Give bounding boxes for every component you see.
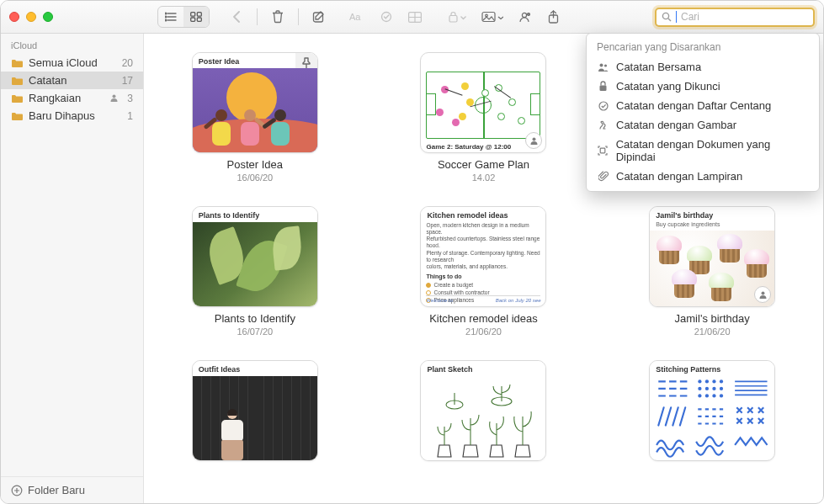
media-button[interactable] <box>477 7 508 27</box>
close-window-button[interactable] <box>9 12 19 22</box>
suggestion-item-drawing[interactable]: Catatan dengan Gambar <box>587 115 819 135</box>
note-thumbnail: Poster Idea <box>192 52 318 153</box>
svg-point-26 <box>113 95 116 98</box>
note-title: Soccer Game Plan <box>438 158 529 171</box>
shared-icon <box>109 93 119 103</box>
suggestion-label: Catatan dengan Dokumen yang Dipindai <box>616 138 809 163</box>
note-title: Kitchen remodel ideas <box>429 312 538 325</box>
suggestion-label: Catatan yang Dikunci <box>616 80 720 93</box>
note-card[interactable]: Outfit Ideas <box>166 360 344 461</box>
suggestion-item-shared[interactable]: Catatan Bersama <box>587 57 819 77</box>
suggestion-label: Catatan Bersama <box>616 61 701 73</box>
note-thumbnail: Plant Sketch <box>420 360 546 461</box>
svg-point-4 <box>165 16 167 18</box>
sidebar-item-notes[interactable]: Catatan 17 <box>1 72 143 89</box>
shared-icon <box>525 132 542 149</box>
folder-icon <box>11 93 24 103</box>
svg-rect-6 <box>191 13 195 17</box>
svg-line-62 <box>680 408 685 426</box>
collaborate-button[interactable] <box>513 7 536 27</box>
svg-point-52 <box>705 394 709 397</box>
note-date: 14.02 <box>472 172 496 183</box>
note-card[interactable]: Kitchen remodel ideas Open, modern kitch… <box>395 206 573 337</box>
suggestion-label: Catatan dengan Lampiran <box>616 170 742 183</box>
note-card[interactable]: Game 2: Saturday @ 12:00 Soccer Game Pla… <box>395 52 573 183</box>
svg-point-46 <box>720 379 723 383</box>
svg-point-19 <box>522 13 526 17</box>
new-folder-button[interactable]: Folder Baru <box>1 476 143 503</box>
delete-button[interactable] <box>266 7 290 27</box>
app-window: Aa <box>0 0 824 504</box>
svg-point-76 <box>604 64 607 66</box>
window-controls <box>9 12 53 22</box>
note-thumbnail: Stitching Patterns <box>649 360 775 461</box>
suggestion-item-locked[interactable]: Catatan yang Dikunci <box>587 77 819 96</box>
folder-icon <box>11 111 24 121</box>
sidebar-item-label: Baru Dihapus <box>29 109 95 122</box>
note-card[interactable]: Poster Idea Poster Idea 16/06/20 <box>166 52 344 183</box>
note-card[interactable]: Jamil's birthdayBuy cupcake ingredients … <box>623 206 801 337</box>
note-card[interactable]: Plant Sketch <box>395 360 573 461</box>
toolbar-divider <box>257 8 258 25</box>
note-thumbnail: Outfit Ideas <box>192 360 318 461</box>
new-folder-label: Folder Baru <box>28 484 85 496</box>
note-card[interactable]: Stitching Patterns <box>623 360 801 461</box>
svg-point-53 <box>712 394 715 397</box>
thumb-header: Outfit Ideas <box>193 361 317 378</box>
drawing-icon <box>597 120 609 130</box>
checklist-icon <box>597 101 609 111</box>
note-thumbnail: Jamil's birthdayBuy cupcake ingredients <box>649 206 775 307</box>
svg-line-25 <box>668 19 671 21</box>
svg-point-50 <box>720 387 723 390</box>
zoom-window-button[interactable] <box>43 12 53 22</box>
svg-point-30 <box>532 137 535 141</box>
view-mode-segment <box>157 6 210 28</box>
thumb-header: Stitching Patterns <box>650 361 774 378</box>
share-button[interactable] <box>541 7 565 27</box>
note-thumbnail: Plants to Identify <box>192 206 318 307</box>
sidebar-item-label: Catatan <box>29 74 67 87</box>
plus-circle-icon <box>11 485 23 496</box>
sidebar-item-trash[interactable]: Baru Dihapus 1 <box>1 107 143 125</box>
note-date: 16/07/20 <box>237 326 273 337</box>
minimize-window-button[interactable] <box>26 12 36 22</box>
sidebar-section-header: iCloud <box>1 34 143 54</box>
lock-button[interactable] <box>442 7 472 27</box>
sidebar-item-all-icloud[interactable]: Semua iCloud 20 <box>1 54 143 72</box>
svg-rect-9 <box>197 18 201 21</box>
scan-icon <box>597 146 609 156</box>
format-button[interactable]: Aa <box>346 7 369 27</box>
svg-line-61 <box>672 408 678 426</box>
search-input[interactable] <box>681 11 808 23</box>
thumb-header: Plant Sketch <box>421 361 545 378</box>
sidebar: iCloud Semua iCloud 20 Catatan 17 Rangka… <box>1 34 144 503</box>
svg-point-43 <box>698 379 701 383</box>
suggestion-item-scanned[interactable]: Catatan dengan Dokumen yang Dipindai <box>587 135 819 167</box>
folder-icon <box>11 58 24 68</box>
search-icon <box>662 12 672 22</box>
suggestion-label: Catatan dengan Gambar <box>616 119 736 131</box>
note-card[interactable]: Plants to Identify Plants to Identify 16… <box>166 206 344 337</box>
note-date: 21/06/20 <box>465 326 502 337</box>
svg-rect-77 <box>600 86 607 92</box>
toolbar-divider <box>298 8 299 25</box>
sidebar-item-shared[interactable]: Rangkaian 3 <box>1 89 143 107</box>
svg-point-44 <box>705 379 709 383</box>
suggestion-label: Catatan dengan Daftar Centang <box>616 99 771 112</box>
svg-point-47 <box>698 387 701 390</box>
search-field[interactable] <box>655 8 815 27</box>
note-date: 21/06/20 <box>694 326 731 337</box>
suggestions-header: Pencarian yang Disarankan <box>587 39 819 57</box>
checklist-button[interactable] <box>375 7 398 27</box>
suggestion-item-checklist[interactable]: Catatan dengan Daftar Centang <box>587 96 819 115</box>
table-button[interactable] <box>403 7 427 27</box>
back-button[interactable] <box>225 7 248 27</box>
svg-point-54 <box>720 394 723 397</box>
suggestion-item-attachment[interactable]: Catatan dengan Lampiran <box>587 167 819 186</box>
compose-button[interactable] <box>307 7 331 27</box>
thumb-header: Plants to Identify <box>193 207 317 224</box>
gallery-view-button[interactable] <box>183 7 209 27</box>
paperclip-icon <box>597 171 609 182</box>
list-view-button[interactable] <box>158 7 183 27</box>
thumb-header: Jamil's birthdayBuy cupcake ingredients <box>650 207 774 232</box>
